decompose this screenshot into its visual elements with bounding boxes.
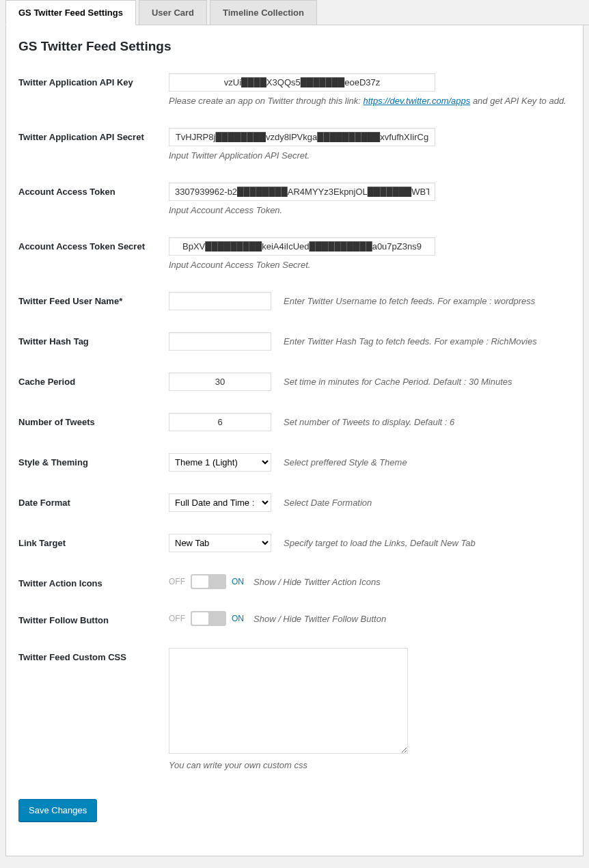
row-date-format: Date Format Full Date and Time : Select … — [18, 493, 571, 512]
desc-hashtag: Enter Twitter Hash Tag to fetch feeds. F… — [284, 336, 537, 347]
row-num-tweets: Number of Tweets Set number of Tweets to… — [18, 413, 571, 431]
label-cache: Cache Period — [18, 372, 169, 387]
desc-follow-button: Show / Hide Twitter Follow Button — [254, 614, 386, 624]
row-access-token: Account Access Token Input Account Acces… — [18, 182, 571, 215]
desc-num-tweets: Set number of Tweets to display. Default… — [284, 417, 454, 427]
tab-timeline-collection[interactable]: Timeline Collection — [210, 0, 317, 25]
input-access-token[interactable] — [169, 182, 435, 201]
toggle-off-action-icons: OFF — [169, 577, 185, 586]
row-link-target: Link Target New Tab Specify target to lo… — [18, 534, 571, 552]
input-api-secret[interactable] — [169, 128, 435, 146]
desc-cache: Set time in minutes for Cache Period. De… — [284, 377, 512, 387]
settings-panel: GS Twitter Feed Settings Twitter Applica… — [5, 25, 584, 856]
toggle-on-follow: ON — [232, 614, 244, 623]
desc-access-token-secret: Input Account Access Token Secret. — [169, 260, 571, 270]
select-date-format[interactable]: Full Date and Time : — [169, 493, 271, 512]
label-api-secret: Twitter Application API Secret — [18, 128, 169, 142]
label-api-key: Twitter Application API Key — [18, 73, 169, 87]
label-custom-css: Twitter Feed Custom CSS — [18, 648, 169, 662]
label-date-format: Date Format — [18, 493, 169, 508]
row-api-key: Twitter Application API Key Please creat… — [18, 73, 571, 106]
desc-style: Select preffered Style & Theme — [284, 457, 407, 467]
select-link-target[interactable]: New Tab — [169, 534, 271, 552]
toggle-off-follow: OFF — [169, 614, 185, 623]
label-style: Style & Theming — [18, 453, 169, 467]
row-username: Twitter Feed User Name* Enter Twitter Us… — [18, 292, 571, 310]
input-hashtag[interactable] — [169, 332, 271, 351]
toggle-on-action-icons: ON — [232, 577, 244, 586]
input-api-key[interactable] — [169, 73, 435, 92]
toggle-follow-button[interactable] — [191, 611, 226, 626]
desc-custom-css: You can write your own custom css — [169, 760, 571, 770]
row-access-token-secret: Account Access Token Secret Input Accoun… — [18, 237, 571, 270]
input-num-tweets[interactable] — [169, 413, 271, 431]
desc-date-format: Select Date Formation — [284, 498, 372, 508]
label-num-tweets: Number of Tweets — [18, 413, 169, 427]
desc-api-key: Please create an app on Twitter through … — [169, 96, 571, 106]
row-api-secret: Twitter Application API Secret Input Twi… — [18, 128, 571, 161]
input-access-token-secret[interactable] — [169, 237, 435, 256]
desc-api-key-post: and get API Key to add. — [470, 96, 566, 106]
desc-api-secret: Input Twitter Application API Secret. — [169, 150, 571, 161]
desc-access-token: Input Account Access Token. — [169, 205, 571, 215]
toggle-action-icons[interactable] — [191, 574, 226, 589]
select-style[interactable]: Theme 1 (Light) — [169, 453, 271, 472]
input-username[interactable] — [169, 292, 271, 310]
page-title: GS Twitter Feed Settings — [18, 39, 571, 54]
row-hashtag: Twitter Hash Tag Enter Twitter Hash Tag … — [18, 332, 571, 351]
desc-api-key-pre: Please create an app on Twitter through … — [169, 96, 363, 106]
link-twitter-apps[interactable]: https://dev.twitter.com/apps — [363, 96, 470, 106]
desc-action-icons: Show / Hide Twitter Action Icons — [254, 577, 381, 587]
label-access-token: Account Access Token — [18, 182, 169, 197]
label-hashtag: Twitter Hash Tag — [18, 332, 169, 347]
label-link-target: Link Target — [18, 534, 169, 548]
label-follow-button: Twitter Follow Button — [18, 611, 169, 625]
row-style: Style & Theming Theme 1 (Light) Select p… — [18, 453, 571, 472]
row-cache: Cache Period Set time in minutes for Cac… — [18, 372, 571, 391]
input-cache[interactable] — [169, 372, 271, 391]
settings-tabs: GS Twitter Feed Settings User Card Timel… — [5, 0, 589, 25]
textarea-custom-css[interactable] — [169, 648, 408, 754]
label-access-token-secret: Account Access Token Secret — [18, 237, 169, 252]
tab-user-card[interactable]: User Card — [139, 0, 207, 25]
desc-username: Enter Twitter Username to fetch feeds. F… — [284, 296, 535, 306]
label-action-icons: Twitter Action Icons — [18, 574, 169, 588]
toggle-knob-icon — [192, 612, 208, 625]
desc-link-target: Specify target to load the Links, Defaul… — [284, 538, 476, 548]
row-action-icons: Twitter Action Icons OFF ON Show / Hide … — [18, 574, 571, 589]
row-follow-button: Twitter Follow Button OFF ON Show / Hide… — [18, 611, 571, 626]
save-button[interactable]: Save Changes — [18, 799, 97, 822]
tab-gs-settings[interactable]: GS Twitter Feed Settings — [5, 0, 136, 25]
toggle-knob-icon — [192, 575, 208, 588]
row-custom-css: Twitter Feed Custom CSS You can write yo… — [18, 648, 571, 770]
label-username: Twitter Feed User Name* — [18, 292, 169, 306]
